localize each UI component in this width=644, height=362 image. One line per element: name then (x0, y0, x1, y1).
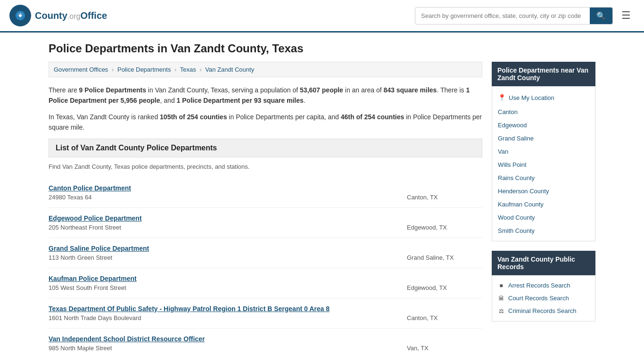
ratio-area: 1 Police Department per 93 square miles (177, 97, 304, 104)
search-button[interactable]: 🔍 (590, 8, 612, 24)
dept-city-grand-saline: Grand Saline, TX (407, 254, 482, 261)
sidebar-records-section: Van Zandt County Public Records ■ Arrest… (492, 251, 595, 321)
sidebar-item-wills-point[interactable]: Wills Point (492, 158, 595, 171)
search-bar: 🔍 (415, 7, 613, 25)
sidebar-records-court[interactable]: 🏛 Court Records Search (492, 292, 595, 304)
search-input[interactable] (415, 8, 590, 23)
sidebar-item-smith-county[interactable]: Smith County (492, 224, 595, 237)
dept-address-canton: 24980 Texas 64 (49, 194, 92, 201)
sidebar-item-canton[interactable]: Canton (492, 105, 595, 118)
pin-icon: 📍 (498, 94, 506, 101)
page-title: Police Departments in Van Zandt County, … (49, 42, 595, 55)
sidebar-item-wood-county[interactable]: Wood County (492, 211, 595, 224)
breadcrumb-police-depts[interactable]: Police Departments (117, 66, 171, 73)
breadcrumb-texas[interactable]: Texas (180, 66, 196, 73)
header-right: 🔍 ☰ (415, 7, 635, 25)
dept-city-kaufman: Edgewood, TX (407, 284, 482, 291)
logo-text: County.orgOffice (35, 10, 107, 21)
sidebar-item-henderson-county[interactable]: Henderson County (492, 184, 595, 197)
page-container: Police Departments in Van Zandt County, … (39, 33, 605, 362)
criminal-icon: ⚖ (498, 308, 504, 314)
breadcrumb-gov-offices[interactable]: Government Offices (54, 66, 108, 73)
sidebar-nearby-section: Police Departments near Van Zandt County… (492, 62, 595, 241)
sidebar-nearby-title: Police Departments near Van Zandt County (492, 62, 595, 86)
sidebar-records-arrest[interactable]: ■ Arrest Records Search (492, 279, 595, 292)
dept-address-edgewood: 205 Northeast Front Street (49, 224, 121, 231)
dept-item-grand-saline: Grand Saline Police Department 113 North… (49, 238, 482, 268)
dept-link-kaufman[interactable]: Kaufman Police Department (49, 275, 482, 282)
dept-item-van-isd: Van Independent School District Resource… (49, 329, 482, 358)
dept-address-txdps: 1601 North Trade Days Boulevard (49, 314, 141, 321)
arrest-records-link[interactable]: Arrest Records Search (508, 282, 570, 289)
sidebar-item-kaufman-county[interactable]: Kaufman County (492, 197, 595, 211)
description-para2: In Texas, Van Zandt County is ranked 105… (49, 112, 482, 133)
dept-item-kaufman: Kaufman Police Department 105 West South… (49, 268, 482, 298)
dept-address-grand-saline: 113 North Green Street (49, 254, 112, 261)
main-content: Government Offices › Police Departments … (49, 62, 482, 358)
breadcrumb-van-zandt[interactable]: Van Zandt County (205, 66, 254, 73)
sidebar-item-grand-saline[interactable]: Grand Saline (492, 132, 595, 145)
dept-link-edgewood[interactable]: Edgewood Police Department (49, 214, 482, 222)
list-section-desc: Find Van Zandt County, Texas police depa… (49, 163, 482, 170)
logo-area: County.orgOffice (9, 5, 107, 26)
sidebar: Police Departments near Van Zandt County… (492, 62, 595, 358)
sidebar-use-location[interactable]: 📍 Use My Location (492, 90, 595, 105)
dept-city-van-isd: Van, TX (407, 345, 482, 352)
logo-icon (9, 5, 31, 26)
dept-city-edgewood: Edgewood, TX (407, 224, 482, 231)
dept-link-grand-saline[interactable]: Grand Saline Police Department (49, 245, 482, 252)
use-location-link[interactable]: Use My Location (509, 94, 554, 101)
area: 843 square miles (384, 86, 437, 94)
dept-address-kaufman: 105 West South Front Street (49, 284, 126, 291)
breadcrumb: Government Offices › Police Departments … (49, 62, 482, 77)
dept-item-canton: Canton Police Department 24980 Texas 64 … (49, 178, 482, 208)
dept-city-canton: Canton, TX (407, 194, 482, 201)
departments-list: Canton Police Department 24980 Texas 64 … (49, 178, 482, 358)
dept-link-txdps[interactable]: Texas Department Of Public Safety - High… (49, 305, 482, 313)
rank-capita: 105th of 254 counties (160, 113, 227, 121)
dept-link-van-isd[interactable]: Van Independent School District Resource… (49, 335, 482, 343)
dept-link-canton[interactable]: Canton Police Department (49, 184, 482, 192)
criminal-records-link[interactable]: Criminal Records Search (508, 307, 577, 314)
dept-city-txdps: Canton, TX (407, 314, 482, 321)
population: 53,607 people (300, 86, 343, 94)
sidebar-records-title: Van Zandt County Public Records (492, 251, 595, 275)
list-section-header: List of Van Zandt County Police Departme… (49, 139, 482, 157)
main-layout: Government Offices › Police Departments … (49, 62, 595, 358)
description-para1: There are 9 Police Departments in Van Za… (49, 85, 482, 106)
rank-sqmile: 46th of 254 counties (341, 113, 405, 121)
sidebar-records-content: ■ Arrest Records Search 🏛 Court Records … (492, 275, 595, 321)
arrest-icon: ■ (498, 282, 504, 289)
hamburger-button[interactable]: ☰ (618, 8, 635, 24)
sidebar-records-criminal[interactable]: ⚖ Criminal Records Search (492, 304, 595, 317)
court-icon: 🏛 (498, 295, 504, 302)
site-header: County.orgOffice 🔍 ☰ (0, 0, 644, 33)
dept-item-edgewood: Edgewood Police Department 205 Northeast… (49, 208, 482, 238)
sidebar-item-van[interactable]: Van (492, 145, 595, 158)
court-records-link[interactable]: Court Records Search (508, 295, 569, 302)
dept-count: 9 Police Departments (79, 86, 146, 94)
logo-tld: .org (67, 12, 81, 20)
dept-address-van-isd: 985 North Maple Street (49, 345, 112, 352)
sidebar-item-rains-county[interactable]: Rains County (492, 171, 595, 184)
sidebar-nearby-content: 📍 Use My Location Canton Edgewood Grand … (492, 86, 595, 241)
dept-item-txdps: Texas Department Of Public Safety - High… (49, 298, 482, 329)
sidebar-item-edgewood[interactable]: Edgewood (492, 118, 595, 132)
